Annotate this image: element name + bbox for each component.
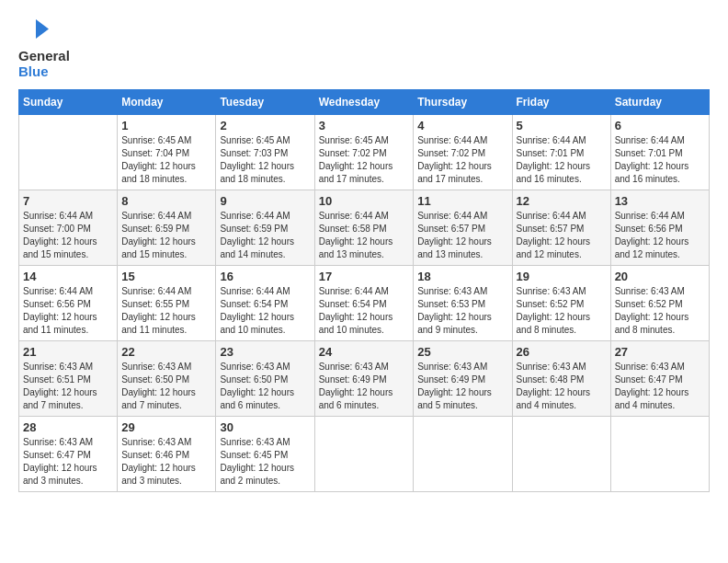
day-number: 17 — [319, 270, 410, 283]
calendar-cell: 28Sunrise: 6:43 AM Sunset: 6:47 PM Dayli… — [19, 416, 118, 491]
svg-marker-0 — [36, 19, 49, 39]
col-header-sunday: Sunday — [19, 89, 118, 114]
day-number: 11 — [417, 194, 507, 208]
day-number: 26 — [517, 345, 607, 359]
calendar-cell: 4Sunrise: 6:44 AM Sunset: 7:02 PM Daylig… — [414, 114, 512, 190]
day-info: Sunrise: 6:44 AM Sunset: 6:56 PM Dayligh… — [615, 210, 705, 261]
calendar-cell: 6Sunrise: 6:44 AM Sunset: 7:01 PM Daylig… — [610, 114, 709, 190]
day-info: Sunrise: 6:43 AM Sunset: 6:48 PM Dayligh… — [517, 361, 607, 412]
day-info: Sunrise: 6:45 AM Sunset: 7:03 PM Dayligh… — [220, 134, 310, 186]
day-info: Sunrise: 6:44 AM Sunset: 6:57 PM Dayligh… — [517, 210, 607, 261]
logo-general: General — [18, 48, 70, 63]
calendar-cell: 14Sunrise: 6:44 AM Sunset: 6:56 PM Dayli… — [19, 265, 118, 340]
day-number: 3 — [319, 119, 410, 132]
day-number: 5 — [517, 119, 607, 132]
day-info: Sunrise: 6:43 AM Sunset: 6:50 PM Dayligh… — [121, 361, 211, 412]
day-info: Sunrise: 6:45 AM Sunset: 7:04 PM Dayligh… — [121, 134, 211, 186]
day-number: 15 — [121, 270, 211, 283]
calendar-cell: 15Sunrise: 6:44 AM Sunset: 6:55 PM Dayli… — [118, 265, 216, 340]
calendar-cell — [414, 416, 512, 491]
calendar-cell: 21Sunrise: 6:43 AM Sunset: 6:51 PM Dayli… — [19, 340, 118, 416]
calendar-cell: 30Sunrise: 6:43 AM Sunset: 6:45 PM Dayli… — [216, 416, 314, 491]
col-header-wednesday: Wednesday — [314, 89, 414, 114]
day-number: 9 — [220, 194, 310, 208]
day-info: Sunrise: 6:44 AM Sunset: 7:00 PM Dayligh… — [23, 210, 113, 261]
day-number: 29 — [121, 420, 211, 434]
col-header-tuesday: Tuesday — [216, 89, 314, 114]
page-header: GeneralBlue — [18, 18, 710, 80]
day-number: 6 — [615, 119, 705, 132]
day-info: Sunrise: 6:44 AM Sunset: 7:01 PM Dayligh… — [615, 134, 705, 186]
day-info: Sunrise: 6:44 AM Sunset: 6:54 PM Dayligh… — [220, 285, 310, 337]
day-info: Sunrise: 6:45 AM Sunset: 7:02 PM Dayligh… — [319, 134, 410, 186]
day-info: Sunrise: 6:43 AM Sunset: 6:52 PM Dayligh… — [517, 285, 607, 337]
day-number: 14 — [23, 270, 113, 283]
logo-blue: Blue — [18, 63, 70, 79]
calendar-cell — [512, 416, 610, 491]
day-info: Sunrise: 6:44 AM Sunset: 6:58 PM Dayligh… — [319, 210, 410, 261]
day-number: 25 — [417, 345, 507, 359]
calendar-cell — [610, 416, 709, 491]
day-info: Sunrise: 6:43 AM Sunset: 6:49 PM Dayligh… — [319, 361, 410, 412]
calendar-cell: 7Sunrise: 6:44 AM Sunset: 7:00 PM Daylig… — [19, 190, 118, 265]
col-header-thursday: Thursday — [414, 89, 512, 114]
calendar-cell — [19, 114, 118, 190]
calendar-cell: 22Sunrise: 6:43 AM Sunset: 6:50 PM Dayli… — [118, 340, 216, 416]
calendar-cell: 3Sunrise: 6:45 AM Sunset: 7:02 PM Daylig… — [314, 114, 414, 190]
day-info: Sunrise: 6:43 AM Sunset: 6:47 PM Dayligh… — [615, 361, 705, 412]
day-info: Sunrise: 6:44 AM Sunset: 6:55 PM Dayligh… — [121, 285, 211, 337]
day-number: 28 — [23, 420, 113, 434]
calendar-cell — [314, 416, 414, 491]
calendar-cell: 13Sunrise: 6:44 AM Sunset: 6:56 PM Dayli… — [610, 190, 709, 265]
calendar-cell: 29Sunrise: 6:43 AM Sunset: 6:46 PM Dayli… — [118, 416, 216, 491]
day-number: 22 — [121, 345, 211, 359]
day-number: 1 — [121, 119, 211, 132]
calendar-cell: 26Sunrise: 6:43 AM Sunset: 6:48 PM Dayli… — [512, 340, 610, 416]
calendar-cell: 17Sunrise: 6:44 AM Sunset: 6:54 PM Dayli… — [314, 265, 414, 340]
day-info: Sunrise: 6:44 AM Sunset: 6:54 PM Dayligh… — [319, 285, 410, 337]
day-info: Sunrise: 6:43 AM Sunset: 6:47 PM Dayligh… — [23, 436, 113, 488]
day-number: 4 — [417, 119, 507, 132]
logo: GeneralBlue — [18, 18, 70, 80]
calendar-cell: 20Sunrise: 6:43 AM Sunset: 6:52 PM Dayli… — [610, 265, 709, 340]
calendar-cell: 1Sunrise: 6:45 AM Sunset: 7:04 PM Daylig… — [118, 114, 216, 190]
day-number: 8 — [121, 194, 211, 208]
day-info: Sunrise: 6:44 AM Sunset: 6:56 PM Dayligh… — [23, 285, 113, 337]
day-number: 30 — [220, 420, 310, 434]
calendar-cell: 2Sunrise: 6:45 AM Sunset: 7:03 PM Daylig… — [216, 114, 314, 190]
calendar-cell: 8Sunrise: 6:44 AM Sunset: 6:59 PM Daylig… — [118, 190, 216, 265]
day-info: Sunrise: 6:43 AM Sunset: 6:49 PM Dayligh… — [417, 361, 507, 412]
calendar-cell: 11Sunrise: 6:44 AM Sunset: 6:57 PM Dayli… — [414, 190, 512, 265]
day-info: Sunrise: 6:44 AM Sunset: 6:59 PM Dayligh… — [121, 210, 211, 261]
calendar-cell: 25Sunrise: 6:43 AM Sunset: 6:49 PM Dayli… — [414, 340, 512, 416]
col-header-monday: Monday — [118, 89, 216, 114]
day-number: 19 — [517, 270, 607, 283]
day-number: 24 — [319, 345, 410, 359]
day-info: Sunrise: 6:43 AM Sunset: 6:50 PM Dayligh… — [220, 361, 310, 412]
day-info: Sunrise: 6:44 AM Sunset: 7:01 PM Dayligh… — [517, 134, 607, 186]
calendar-cell: 19Sunrise: 6:43 AM Sunset: 6:52 PM Dayli… — [512, 265, 610, 340]
calendar-cell: 16Sunrise: 6:44 AM Sunset: 6:54 PM Dayli… — [216, 265, 314, 340]
calendar-cell: 24Sunrise: 6:43 AM Sunset: 6:49 PM Dayli… — [314, 340, 414, 416]
day-info: Sunrise: 6:43 AM Sunset: 6:46 PM Dayligh… — [121, 436, 211, 488]
calendar-cell: 23Sunrise: 6:43 AM Sunset: 6:50 PM Dayli… — [216, 340, 314, 416]
calendar-cell: 27Sunrise: 6:43 AM Sunset: 6:47 PM Dayli… — [610, 340, 709, 416]
day-number: 13 — [615, 194, 705, 208]
day-info: Sunrise: 6:43 AM Sunset: 6:53 PM Dayligh… — [417, 285, 507, 337]
day-number: 10 — [319, 194, 410, 208]
day-number: 27 — [615, 345, 705, 359]
day-info: Sunrise: 6:43 AM Sunset: 6:51 PM Dayligh… — [23, 361, 113, 412]
day-number: 12 — [517, 194, 607, 208]
day-info: Sunrise: 6:43 AM Sunset: 6:52 PM Dayligh… — [615, 285, 705, 337]
day-number: 2 — [220, 119, 310, 132]
day-number: 20 — [615, 270, 705, 283]
day-number: 18 — [417, 270, 507, 283]
calendar-cell: 9Sunrise: 6:44 AM Sunset: 6:59 PM Daylig… — [216, 190, 314, 265]
col-header-saturday: Saturday — [610, 89, 709, 114]
calendar-cell: 5Sunrise: 6:44 AM Sunset: 7:01 PM Daylig… — [512, 114, 610, 190]
day-info: Sunrise: 6:44 AM Sunset: 6:59 PM Dayligh… — [220, 210, 310, 261]
day-number: 21 — [23, 345, 113, 359]
day-info: Sunrise: 6:44 AM Sunset: 7:02 PM Dayligh… — [417, 134, 507, 186]
day-number: 23 — [220, 345, 310, 359]
col-header-friday: Friday — [512, 89, 610, 114]
